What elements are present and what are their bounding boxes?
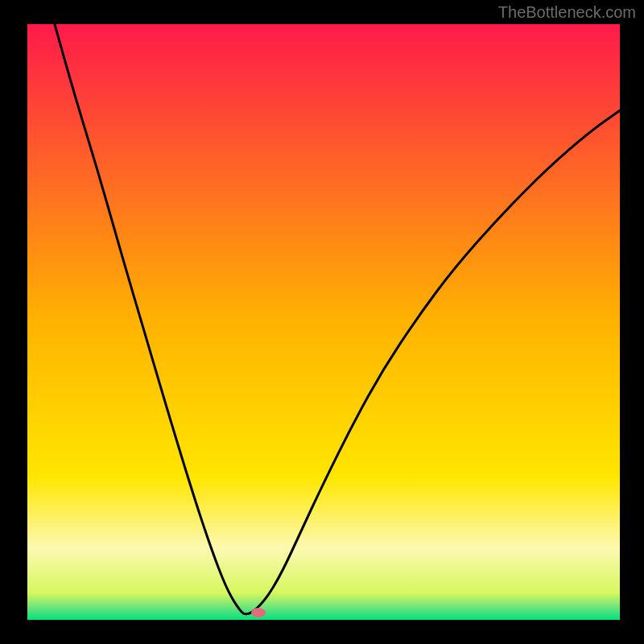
- bottleneck-chart: [0, 0, 644, 644]
- watermark-text: TheBottleneck.com: [498, 3, 636, 22]
- plot-background: [27, 24, 620, 620]
- minimum-marker: [251, 608, 266, 617]
- chart-container: { "watermark": "TheBottleneck.com", "cha…: [0, 0, 644, 644]
